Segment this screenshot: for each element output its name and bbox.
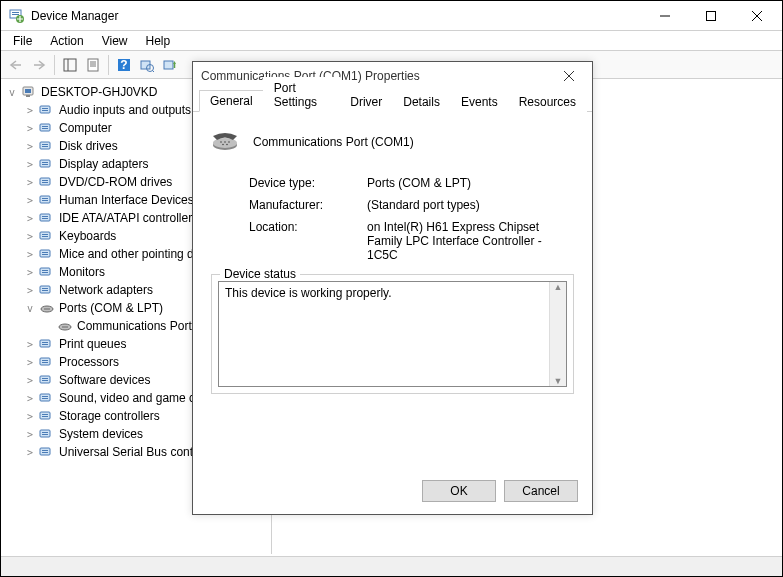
properties-dialog: Communications Port (COM1) Properties Ge… bbox=[192, 61, 593, 515]
back-button[interactable] bbox=[5, 54, 27, 76]
svg-rect-72 bbox=[42, 362, 48, 363]
svg-rect-58 bbox=[42, 290, 48, 291]
svg-rect-51 bbox=[42, 252, 48, 253]
show-hide-tree-button[interactable] bbox=[59, 54, 81, 76]
svg-rect-5 bbox=[707, 11, 716, 20]
tree-node-label: Monitors bbox=[57, 264, 107, 280]
tree-node-label: DVD/CD-ROM drives bbox=[57, 174, 174, 190]
device-icon bbox=[39, 192, 55, 208]
expand-icon[interactable]: > bbox=[23, 391, 37, 405]
svg-rect-34 bbox=[42, 146, 48, 147]
svg-rect-56 bbox=[40, 286, 50, 293]
device-status-group: Device status This device is working pro… bbox=[211, 274, 574, 394]
tab-general: Communications Port (COM1) Device type: … bbox=[193, 112, 592, 408]
cancel-button[interactable]: Cancel bbox=[504, 480, 578, 502]
device-icon bbox=[39, 426, 55, 442]
update-driver-button[interactable] bbox=[159, 54, 181, 76]
device-icon bbox=[39, 120, 55, 136]
svg-rect-44 bbox=[40, 214, 50, 221]
expand-icon[interactable]: > bbox=[23, 247, 37, 261]
expand-icon[interactable]: > bbox=[23, 409, 37, 423]
tab-driver[interactable]: Driver bbox=[339, 91, 393, 112]
svg-rect-27 bbox=[42, 108, 48, 109]
svg-rect-47 bbox=[40, 232, 50, 239]
status-scrollbar[interactable]: ▲ ▼ bbox=[549, 282, 566, 386]
device-icon bbox=[39, 372, 55, 388]
svg-rect-28 bbox=[42, 110, 48, 111]
minimize-button[interactable] bbox=[642, 2, 688, 30]
menu-help[interactable]: Help bbox=[138, 32, 179, 50]
expand-icon[interactable]: > bbox=[23, 211, 37, 225]
value-device-type: Ports (COM & LPT) bbox=[367, 176, 574, 190]
expand-icon[interactable]: > bbox=[23, 445, 37, 459]
expand-icon[interactable]: > bbox=[23, 121, 37, 135]
tab-resources[interactable]: Resources bbox=[508, 91, 587, 112]
svg-point-96 bbox=[226, 144, 228, 146]
svg-rect-85 bbox=[40, 448, 50, 455]
svg-rect-2 bbox=[12, 14, 19, 15]
properties-button[interactable] bbox=[82, 54, 104, 76]
device-icon bbox=[39, 336, 55, 352]
expand-icon[interactable]: > bbox=[23, 229, 37, 243]
expand-icon[interactable]: > bbox=[23, 427, 37, 441]
expand-icon[interactable]: > bbox=[23, 265, 37, 279]
expand-icon[interactable]: v bbox=[23, 301, 37, 315]
menu-file[interactable]: File bbox=[5, 32, 40, 50]
svg-rect-21 bbox=[164, 61, 173, 69]
expand-icon[interactable]: > bbox=[23, 103, 37, 117]
menu-view[interactable]: View bbox=[94, 32, 136, 50]
ok-button[interactable]: OK bbox=[422, 480, 496, 502]
expand-icon[interactable]: > bbox=[23, 355, 37, 369]
maximize-button[interactable] bbox=[688, 2, 734, 30]
close-button[interactable] bbox=[734, 2, 780, 30]
dialog-close-button[interactable] bbox=[554, 64, 584, 88]
dialog-titlebar[interactable]: Communications Port (COM1) Properties bbox=[193, 62, 592, 90]
tab-port-settings[interactable]: Port Settings bbox=[263, 77, 341, 112]
expand-icon[interactable]: > bbox=[23, 139, 37, 153]
app-icon bbox=[9, 8, 25, 24]
svg-point-94 bbox=[228, 141, 230, 143]
svg-rect-37 bbox=[42, 164, 48, 165]
svg-rect-10 bbox=[64, 59, 76, 71]
value-manufacturer: (Standard port types) bbox=[367, 198, 574, 212]
device-status-text: This device is working properly. bbox=[225, 286, 392, 300]
tab-details[interactable]: Details bbox=[392, 91, 451, 112]
expand-icon[interactable]: > bbox=[23, 175, 37, 189]
device-icon bbox=[39, 228, 55, 244]
svg-rect-82 bbox=[40, 430, 50, 437]
scan-hardware-button[interactable] bbox=[136, 54, 158, 76]
device-icon bbox=[39, 138, 55, 154]
svg-rect-68 bbox=[42, 342, 48, 343]
expand-icon[interactable]: > bbox=[23, 337, 37, 351]
scroll-down-icon[interactable]: ▼ bbox=[554, 376, 563, 386]
svg-rect-77 bbox=[42, 396, 48, 397]
device-icon bbox=[39, 390, 55, 406]
device-header: Communications Port (COM1) bbox=[211, 126, 574, 158]
svg-rect-86 bbox=[42, 450, 48, 451]
device-status-textbox[interactable]: This device is working properly. ▲ ▼ bbox=[218, 281, 567, 387]
svg-rect-78 bbox=[42, 398, 48, 399]
svg-point-66 bbox=[66, 326, 67, 327]
menu-action[interactable]: Action bbox=[42, 32, 91, 50]
svg-rect-1 bbox=[12, 12, 19, 13]
menubar: File Action View Help bbox=[1, 31, 782, 51]
svg-text:?: ? bbox=[120, 58, 127, 72]
toolbar-separator bbox=[54, 55, 55, 75]
tree-root-label: DESKTOP-GHJ0VKD bbox=[39, 84, 159, 100]
expand-icon[interactable]: > bbox=[23, 373, 37, 387]
scroll-up-icon[interactable]: ▲ bbox=[554, 282, 563, 292]
tree-node-label: Ports (COM & LPT) bbox=[57, 300, 165, 316]
window-title: Device Manager bbox=[31, 9, 642, 23]
svg-rect-55 bbox=[42, 272, 48, 273]
device-icon bbox=[39, 354, 55, 370]
tab-events[interactable]: Events bbox=[450, 91, 509, 112]
expand-icon[interactable]: > bbox=[23, 157, 37, 171]
expand-icon[interactable]: > bbox=[23, 193, 37, 207]
forward-button[interactable] bbox=[28, 54, 50, 76]
help-button[interactable]: ? bbox=[113, 54, 135, 76]
expand-icon[interactable]: > bbox=[23, 283, 37, 297]
svg-rect-70 bbox=[40, 358, 50, 365]
tab-general[interactable]: General bbox=[199, 90, 264, 112]
svg-rect-52 bbox=[42, 254, 48, 255]
collapse-icon[interactable]: v bbox=[5, 85, 19, 99]
